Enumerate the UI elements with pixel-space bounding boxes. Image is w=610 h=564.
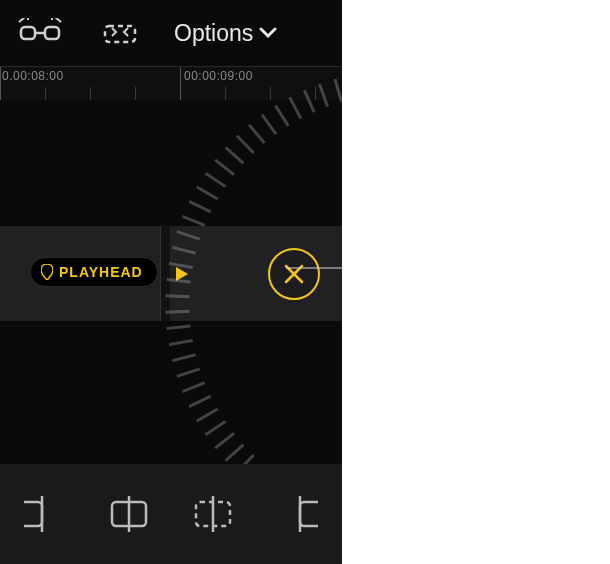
svg-rect-10 — [24, 502, 42, 526]
split-selection-tool[interactable] — [182, 489, 244, 539]
svg-rect-1 — [45, 27, 59, 39]
options-label: Options — [174, 20, 253, 47]
timecode-label: 00:00:09:00 — [184, 69, 253, 83]
chevron-down-icon — [259, 27, 277, 39]
options-menu[interactable]: Options — [174, 20, 277, 47]
timecode-label: 0.00:08:00 — [2, 69, 64, 83]
playhead-label: PLAYHEAD — [59, 264, 143, 280]
timeline-canvas[interactable]: PLAYHEAD — [0, 100, 342, 460]
top-toolbar: Options — [0, 0, 342, 66]
clip-edge[interactable] — [160, 226, 170, 321]
bottom-toolbar — [0, 464, 342, 564]
trim-start-tool[interactable] — [13, 489, 75, 539]
playhead-arrow-icon — [176, 267, 188, 281]
svg-rect-7 — [105, 26, 135, 42]
wheel-indicator — [286, 267, 342, 269]
clip-attach-icon[interactable] — [94, 13, 146, 53]
playhead-badge[interactable]: PLAYHEAD — [30, 257, 158, 287]
svg-line-3 — [19, 18, 25, 22]
close-icon — [282, 262, 306, 286]
svg-line-5 — [55, 18, 61, 22]
svg-rect-0 — [21, 27, 35, 39]
close-button[interactable] — [268, 248, 320, 300]
playhead-pin-icon — [41, 264, 53, 280]
timeline-ruler[interactable]: 0.00:08:00 00:00:09:00 — [0, 66, 342, 100]
svg-rect-16 — [300, 502, 318, 526]
editor-viewport: Options 0.00:08:00 00:00:09:00 PLAYHEAD — [0, 0, 342, 564]
link-clips-icon[interactable] — [14, 13, 66, 53]
split-tool[interactable] — [98, 489, 160, 539]
trim-end-tool[interactable] — [267, 489, 329, 539]
